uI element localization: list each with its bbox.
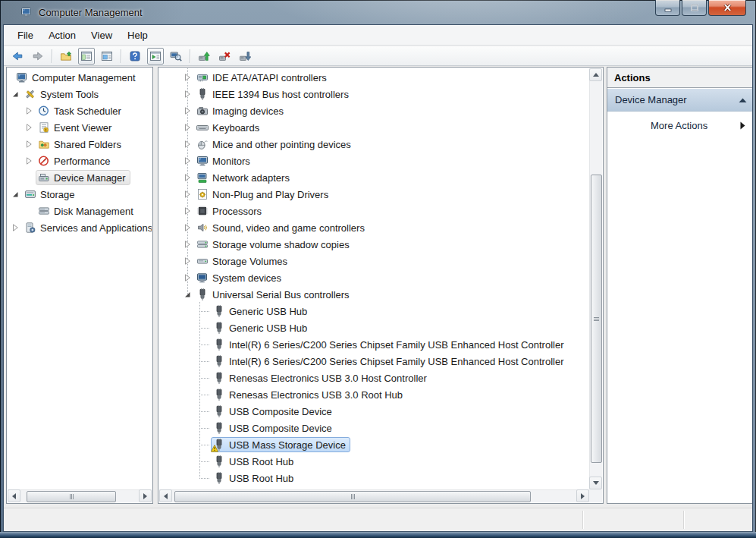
tree-item-storage[interactable]: Storage <box>8 186 152 203</box>
tree-item-storage-volumes[interactable]: Storage Volumes <box>159 253 589 269</box>
tree-item-keyboards[interactable]: Keyboards <box>159 119 589 136</box>
expand-expander-icon[interactable] <box>182 189 193 200</box>
update-driver-button[interactable] <box>196 48 212 64</box>
device-tree-hscrollbar[interactable] <box>159 489 589 502</box>
expand-expander-icon[interactable] <box>182 256 193 266</box>
tree-item-sound-video-and-game-controllers[interactable]: Sound, video and game controllers <box>159 219 589 236</box>
tree-item-monitors[interactable]: Monitors <box>159 153 589 169</box>
tree-item-label: Services and Applications <box>40 222 152 234</box>
tree-item-shared-folders[interactable]: Shared Folders <box>8 136 152 153</box>
device-manager-icon <box>38 171 50 184</box>
scan-hardware-icon <box>239 50 251 62</box>
export-list-button[interactable] <box>58 48 74 64</box>
properties-button[interactable] <box>99 48 115 64</box>
expand-expander-icon[interactable] <box>182 272 193 283</box>
maximize-button[interactable] <box>682 0 707 16</box>
show-console-tree-button[interactable] <box>78 48 95 64</box>
tree-item-renesas-electronics-usb-3-0-host-controller[interactable]: Renesas Electronics USB 3.0 Host Control… <box>159 370 589 386</box>
actions-panel: Actions Device Manager More Actions <box>607 67 753 504</box>
tree-item-mice-and-other-pointing-devices[interactable]: Mice and other pointing devices <box>159 136 589 153</box>
tree-item-generic-usb-hub[interactable]: Generic USB Hub <box>159 303 589 319</box>
minimize-button[interactable] <box>655 0 680 16</box>
expand-expander-icon[interactable] <box>182 72 193 83</box>
scroll-right-button[interactable] <box>576 489 589 502</box>
tree-item-system-devices[interactable]: System devices <box>159 269 589 286</box>
expand-expander-icon[interactable] <box>182 206 193 216</box>
menu-item-file[interactable]: File <box>10 27 41 44</box>
tree-item-system-tools[interactable]: System Tools <box>8 86 152 102</box>
tree-item-renesas-electronics-usb-3-0-root-hub[interactable]: Renesas Electronics USB 3.0 Root Hub <box>159 386 589 403</box>
tree-item-storage-volume-shadow-copies[interactable]: Storage volume shadow copies <box>159 236 589 253</box>
tree-item-task-scheduler[interactable]: Task Scheduler <box>8 102 152 119</box>
menu-bar: FileActionViewHelp <box>4 25 752 46</box>
scan-computer-button[interactable] <box>168 48 184 64</box>
collapse-expander-icon[interactable] <box>10 89 20 99</box>
expand-expander-icon[interactable] <box>182 172 193 183</box>
tree-item-intel-r-6-series-c200-series-chipset-family-usb-enhanced-host-controller[interactable]: Intel(R) 6 Series/C200 Series Chipset Fa… <box>159 336 589 353</box>
menu-item-help[interactable]: Help <box>120 27 155 44</box>
tree-item-intel-r-6-series-c200-series-chipset-family-usb-enhanced-host-controller[interactable]: Intel(R) 6 Series/C200 Series Chipset Fa… <box>159 353 589 370</box>
scroll-down-button[interactable] <box>589 477 602 489</box>
tree-item-ieee-1394-bus-host-controllers[interactable]: IEEE 1394 Bus host controllers <box>159 86 589 102</box>
hscroll-thumb[interactable] <box>174 491 531 502</box>
tree-item-services-and-applications[interactable]: Services and Applications <box>8 219 152 236</box>
scroll-left-button[interactable] <box>8 489 20 502</box>
tree-item-usb-root-hub[interactable]: USB Root Hub <box>159 470 589 486</box>
tree-item-usb-composite-device[interactable]: USB Composite Device <box>159 403 589 420</box>
expand-expander-icon[interactable] <box>24 156 34 166</box>
usb-icon <box>213 439 225 451</box>
menu-item-action[interactable]: Action <box>41 27 83 44</box>
system-icon <box>196 272 209 284</box>
tree-item-network-adapters[interactable]: Network adapters <box>159 169 589 186</box>
scan-hardware-button[interactable] <box>237 48 253 64</box>
tree-item-ide-ata-atapi-controllers[interactable]: IDE ATA/ATAPI controllers <box>159 69 589 86</box>
device-tree-vscrollbar[interactable] <box>589 68 602 489</box>
tree-item-non-plug-and-play-drivers[interactable]: Non-Plug and Play Drivers <box>159 186 589 203</box>
tree-item-universal-serial-bus-controllers[interactable]: Universal Serial Bus controllers <box>159 286 589 303</box>
tree-item-performance[interactable]: Performance <box>8 153 152 169</box>
console-tree-hscrollbar[interactable] <box>8 489 152 502</box>
tree-item-computer-management[interactable]: Computer Management <box>8 69 152 86</box>
tree-item-imaging-devices[interactable]: Imaging devices <box>159 102 589 119</box>
help-button[interactable] <box>127 48 143 64</box>
expand-expander-icon[interactable] <box>182 122 193 133</box>
scroll-up-button[interactable] <box>589 68 602 81</box>
hscroll-thumb[interactable] <box>27 491 116 502</box>
tree-item-generic-usb-hub[interactable]: Generic USB Hub <box>159 319 589 336</box>
collapse-chevron-icon[interactable] <box>739 97 747 103</box>
close-button[interactable] <box>708 0 746 16</box>
forward-arrow-button[interactable] <box>30 48 46 64</box>
expand-expander-icon[interactable] <box>10 222 20 233</box>
expand-expander-icon[interactable] <box>182 105 193 116</box>
tree-item-processors[interactable]: Processors <box>159 203 589 219</box>
vscroll-thumb[interactable] <box>591 175 602 463</box>
tree-item-usb-mass-storage-device[interactable]: USB Mass Storage Device <box>159 436 589 453</box>
computer-management-window: Computer Management FileActionViewHelp C… <box>0 0 756 538</box>
scroll-left-button[interactable] <box>159 489 172 502</box>
uninstall-device-button[interactable] <box>216 48 233 64</box>
actions-group-device-manager[interactable]: Device Manager <box>607 89 753 112</box>
title-bar[interactable]: Computer Management <box>0 0 756 24</box>
tree-item-disk-management[interactable]: Disk Management <box>8 203 152 219</box>
show-action-pane-button[interactable] <box>147 48 164 64</box>
tree-item-label: Generic USB Hub <box>229 322 309 334</box>
more-actions-item[interactable]: More Actions <box>607 115 753 136</box>
expand-expander-icon[interactable] <box>24 105 34 116</box>
collapse-expander-icon[interactable] <box>10 189 20 200</box>
expand-expander-icon[interactable] <box>182 139 193 149</box>
keyboard-icon <box>196 121 209 134</box>
tree-item-device-manager[interactable]: Device Manager <box>8 169 152 186</box>
tree-item-event-viewer[interactable]: Event Viewer <box>8 119 152 136</box>
tree-item-usb-root-hub[interactable]: USB Root Hub <box>159 453 589 470</box>
menu-item-view[interactable]: View <box>83 27 120 44</box>
expand-expander-icon[interactable] <box>182 156 193 166</box>
scroll-right-button[interactable] <box>139 489 152 502</box>
expand-expander-icon[interactable] <box>182 89 193 99</box>
expand-expander-icon[interactable] <box>24 139 34 149</box>
back-arrow-button[interactable] <box>9 48 26 64</box>
collapse-expander-icon[interactable] <box>182 289 193 300</box>
tree-item-usb-composite-device[interactable]: USB Composite Device <box>159 420 589 436</box>
expand-expander-icon[interactable] <box>182 239 193 250</box>
expand-expander-icon[interactable] <box>24 122 34 133</box>
expand-expander-icon[interactable] <box>182 222 193 233</box>
